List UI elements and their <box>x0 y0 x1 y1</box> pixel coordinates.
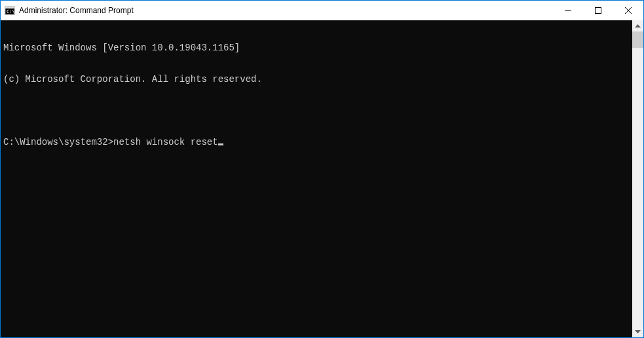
titlebar[interactable]: C:\ Administrator: Command Prompt <box>1 1 643 20</box>
scroll-thumb[interactable] <box>632 31 643 48</box>
maximize-button[interactable] <box>583 1 613 20</box>
svg-marker-8 <box>635 330 641 333</box>
svg-marker-7 <box>635 24 641 28</box>
scroll-track[interactable] <box>632 31 643 326</box>
svg-text:C:\: C:\ <box>7 9 15 14</box>
text-cursor <box>218 143 223 145</box>
version-line: Microsoft Windows [Version 10.0.19043.11… <box>3 43 632 53</box>
command-input[interactable]: netsh winsock reset <box>113 137 218 147</box>
terminal-output[interactable]: Microsoft Windows [Version 10.0.19043.11… <box>1 20 632 337</box>
scroll-up-button[interactable] <box>632 20 643 31</box>
svg-rect-4 <box>596 8 601 14</box>
window-title: Administrator: Command Prompt <box>19 6 134 15</box>
minimize-button[interactable] <box>553 1 583 20</box>
copyright-line: (c) Microsoft Corporation. All rights re… <box>3 74 632 84</box>
vertical-scrollbar[interactable] <box>632 20 643 337</box>
scroll-down-button[interactable] <box>632 326 643 337</box>
cmd-icon: C:\ <box>5 5 15 16</box>
svg-rect-1 <box>5 7 14 9</box>
prompt-text: C:\Windows\system32> <box>3 137 113 147</box>
prompt-line: C:\Windows\system32>netsh winsock reset <box>3 137 632 147</box>
close-button[interactable] <box>613 1 643 20</box>
client-area: Microsoft Windows [Version 10.0.19043.11… <box>1 20 643 337</box>
blank-line <box>3 105 632 116</box>
command-prompt-window: C:\ Administrator: Command Prompt Micros… <box>0 0 644 338</box>
